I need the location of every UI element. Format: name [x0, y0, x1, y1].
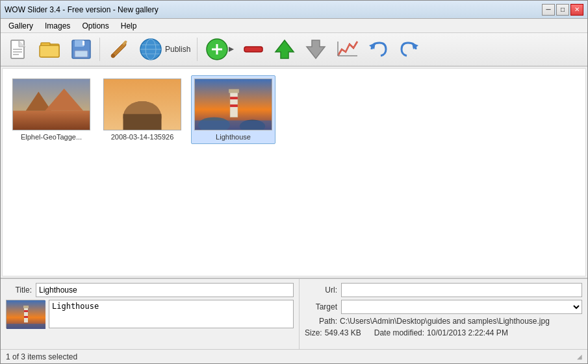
desert-image: [13, 79, 90, 130]
svg-rect-42: [230, 104, 238, 107]
menu-help[interactable]: Help: [116, 20, 142, 32]
thumbnail-3: [194, 79, 272, 130]
svg-rect-50: [24, 316, 28, 318]
date-modified-value: 10/01/2013 2:22:44 PM: [427, 328, 508, 337]
title-input[interactable]: [36, 283, 294, 297]
redo-icon: [398, 38, 421, 61]
gallery-panel: Elphel-GeoTagge...: [2, 68, 586, 276]
main-window: WOW Slider 3.4 - Free version - New gall…: [0, 0, 588, 364]
url-input[interactable]: [341, 283, 582, 297]
description-input[interactable]: [49, 300, 294, 328]
url-label: Url:: [305, 285, 337, 295]
title-label: Title:: [6, 285, 32, 295]
target-select[interactable]: _blank _self _parent: [341, 300, 582, 314]
undo-icon: [366, 38, 390, 61]
path-value: C:\Users\Admin\Desktop\guides and sample…: [340, 317, 550, 326]
menu-images[interactable]: Images: [40, 20, 75, 32]
bottom-panel: Title:: [1, 278, 587, 349]
gallery-item-3[interactable]: Lighthouse: [191, 75, 275, 144]
gallery-label-1: Elphel-GeoTagge...: [21, 133, 82, 141]
description-row: [6, 300, 294, 328]
thumbnail-1: [12, 79, 90, 130]
title-field-row: Title:: [6, 283, 294, 297]
svg-rect-9: [75, 40, 84, 47]
status-bar: 1 of 3 items selected ◢: [1, 349, 587, 363]
open-button[interactable]: [36, 35, 64, 64]
target-label: Target: [305, 302, 337, 311]
gallery-area: Elphel-GeoTagge...: [3, 69, 585, 151]
window-title: WOW Slider 3.4 - Free version - New gall…: [5, 5, 159, 14]
effect-button[interactable]: [333, 35, 361, 64]
add-button[interactable]: [201, 35, 236, 64]
target-field-row: Target _blank _self _parent: [305, 300, 582, 314]
svg-rect-31: [13, 111, 90, 130]
separator-1: [99, 38, 100, 61]
date-modified-label: Date modified:: [374, 328, 424, 337]
effect-icon: [335, 38, 359, 61]
remove-icon: [242, 38, 265, 61]
new-button[interactable]: [5, 35, 33, 64]
gallery-label-2: 2008-03-14-135926: [111, 133, 174, 141]
redo-button[interactable]: [395, 35, 424, 64]
remove-button[interactable]: [239, 35, 268, 64]
menu-gallery[interactable]: Gallery: [3, 20, 38, 32]
svg-marker-25: [307, 40, 325, 58]
path-label: Path:: [305, 317, 337, 326]
gallery-label-3: Lighthouse: [216, 133, 251, 141]
undo-button[interactable]: [364, 35, 392, 64]
svg-rect-47: [24, 307, 28, 322]
svg-rect-7: [40, 45, 59, 57]
svg-rect-41: [230, 97, 238, 99]
svg-marker-24: [275, 40, 294, 58]
separator-2: [197, 38, 198, 61]
toolbar: Publish: [1, 33, 587, 67]
svg-rect-40: [229, 89, 239, 93]
menu-bar: Gallery Images Options Help: [1, 19, 587, 33]
maximize-button[interactable]: □: [556, 4, 569, 16]
thumbnail-2: [103, 79, 181, 130]
close-button[interactable]: ✕: [570, 4, 583, 16]
svg-rect-10: [75, 51, 88, 57]
svg-marker-22: [229, 47, 234, 52]
path-row: Path: C:\Users\Admin\Desktop\guides and …: [305, 317, 582, 326]
window-controls: ─ □ ✕: [542, 4, 583, 16]
svg-point-12: [111, 54, 115, 58]
info-row: Title:: [1, 279, 587, 349]
preview-lighthouse: [6, 300, 45, 329]
publish-label: Publish: [165, 45, 190, 54]
move-down-icon: [304, 38, 327, 61]
gallery-item-2[interactable]: 2008-03-14-135926: [100, 75, 185, 144]
move-down-button[interactable]: [301, 35, 330, 64]
right-info: Url: Target _blank _self _parent Path: C…: [300, 279, 587, 349]
resize-grip[interactable]: ◢: [577, 353, 582, 360]
svg-rect-11: [83, 41, 84, 45]
minimize-button[interactable]: ─: [542, 4, 555, 16]
svg-rect-37: [123, 114, 162, 130]
save-icon: [70, 38, 93, 61]
move-up-button[interactable]: [270, 35, 299, 64]
svg-rect-51: [6, 324, 45, 329]
left-info: Title:: [1, 279, 300, 349]
date-item: Date modified: 10/01/2013 2:22:44 PM: [374, 328, 508, 337]
rocks-image: [104, 79, 181, 130]
add-icon: [203, 36, 235, 62]
size-value: 549.43 KB: [325, 328, 361, 337]
small-preview-image: [6, 300, 45, 328]
move-up-icon: [273, 38, 296, 61]
save-button[interactable]: [67, 35, 96, 64]
url-field-row: Url:: [305, 283, 582, 297]
open-icon: [38, 38, 62, 61]
svg-rect-45: [195, 121, 272, 130]
size-date-row: Size: 549.43 KB Date modified: 10/01/201…: [305, 328, 582, 337]
title-bar: WOW Slider 3.4 - Free version - New gall…: [1, 1, 587, 19]
svg-rect-48: [23, 306, 29, 308]
svg-rect-49: [24, 310, 28, 312]
size-item: Size: 549.43 KB: [305, 328, 361, 337]
size-label: Size:: [305, 328, 322, 337]
menu-options[interactable]: Options: [77, 20, 114, 32]
publish-button[interactable]: Publish: [135, 35, 193, 64]
new-icon: [7, 38, 31, 61]
status-text: 1 of 3 items selected: [6, 352, 77, 361]
settings-button[interactable]: [104, 35, 133, 64]
gallery-item-1[interactable]: Elphel-GeoTagge...: [9, 75, 94, 144]
